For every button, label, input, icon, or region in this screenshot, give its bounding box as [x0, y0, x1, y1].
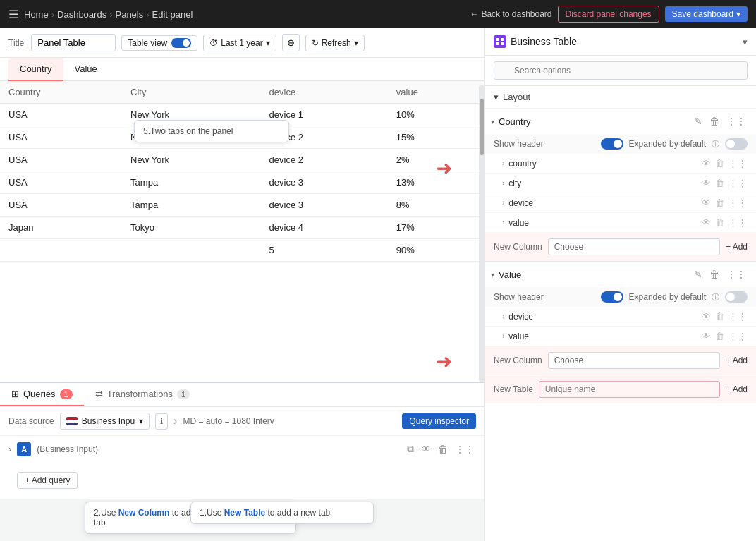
field-name: value [508, 218, 697, 228]
drag-icon[interactable]: ⋮⋮ [728, 330, 748, 342]
title-input[interactable] [31, 34, 116, 51]
panel-tab-country[interactable]: Country [8, 58, 63, 81]
delete-icon[interactable]: 🗑 [708, 267, 721, 281]
copy-icon[interactable]: ⧉ [406, 442, 415, 456]
field-chevron-icon[interactable]: › [502, 219, 504, 226]
delete-icon[interactable]: 🗑 [437, 442, 449, 456]
field-chevron-icon[interactable]: › [502, 332, 504, 340]
group-country: ▾ Country ✎ 🗑 ⋮⋮ Show header Expanded by… [485, 109, 756, 262]
delete-icon[interactable]: 🗑 [714, 157, 725, 169]
drag-icon[interactable]: ⋮⋮ [728, 157, 748, 169]
top-nav: ☰ Home › Dashboards › Panels › Edit pane… [0, 0, 756, 28]
search-options: 🔍 [485, 56, 756, 86]
delete-icon[interactable]: 🗑 [714, 177, 725, 189]
drag-icon[interactable]: ⋮⋮ [725, 114, 748, 128]
group-title-value: Value [499, 269, 688, 280]
eye-icon[interactable]: 👁 [701, 330, 712, 342]
tab-queries[interactable]: ⊞ Queries 1 [0, 383, 84, 406]
save-dashboard-button[interactable]: Save dashboard ▾ [665, 6, 748, 22]
new-column-select-value[interactable]: Choose [548, 352, 720, 369]
discard-button[interactable]: Discard panel changes [558, 6, 659, 23]
field-chevron-icon[interactable]: › [502, 179, 504, 187]
svg-rect-0 [496, 38, 499, 41]
transformations-badge: 1 [177, 389, 190, 399]
delete-icon[interactable]: 🗑 [714, 217, 725, 229]
back-to-dashboard-button[interactable]: ← Back to dashboard [470, 9, 551, 19]
show-header-toggle-value[interactable] [601, 291, 623, 303]
delete-icon[interactable]: 🗑 [714, 330, 725, 342]
table-view-toggle[interactable]: Table view [121, 35, 197, 51]
drag-icon[interactable]: ⋮⋮ [725, 267, 748, 281]
arrow-right-icon: › [173, 415, 177, 427]
eye-icon[interactable]: 👁 [701, 197, 712, 209]
chevron-down-icon[interactable]: ▾ [743, 37, 748, 47]
delete-icon[interactable]: 🗑 [714, 310, 725, 322]
chevron-down-icon: ▾ [494, 92, 499, 102]
scrollbar-thumb[interactable] [480, 99, 484, 155]
tab-transformations[interactable]: ⇄ Transformations 1 [84, 383, 202, 406]
query-actions: ⧉ 👁 🗑 ⋮⋮ [406, 442, 476, 456]
panel-icon [494, 35, 506, 48]
field-chevron-icon[interactable]: › [502, 159, 504, 167]
panel-tab-value[interactable]: Value [63, 58, 109, 81]
drag-icon[interactable]: ⋮⋮ [728, 217, 748, 229]
expanded-default-toggle-value[interactable] [725, 291, 748, 303]
new-table-label: New Table [494, 384, 533, 394]
time-range-picker[interactable]: ⏱ Last 1 year ▾ [203, 35, 276, 51]
query-inspector-button[interactable]: Query inspector [402, 413, 476, 429]
edit-icon[interactable]: ✎ [693, 267, 704, 281]
drag-icon[interactable]: ⋮⋮ [728, 177, 748, 189]
new-table-input[interactable] [539, 381, 720, 398]
query-path: MD = auto = 1080 Interv [183, 416, 274, 426]
add-column-button-value[interactable]: + Add [726, 355, 748, 365]
nav-right: ← Back to dashboard Discard panel change… [470, 6, 748, 23]
field-chevron-icon[interactable]: › [502, 312, 504, 320]
expanded-default-toggle-country[interactable] [725, 138, 748, 150]
eye-icon[interactable]: 👁 [701, 310, 712, 322]
chevron-icon[interactable]: ▾ [491, 118, 494, 126]
new-table-row: New Table + Add [485, 375, 756, 403]
expand-icon[interactable]: › [8, 444, 11, 454]
group-value-header: ▾ Value ✎ 🗑 ⋮⋮ [485, 262, 756, 287]
table-row: USANew Yorkdevice 22% [0, 149, 484, 171]
drag-icon[interactable]: ⋮⋮ [728, 197, 748, 209]
delete-icon[interactable]: 🗑 [714, 197, 725, 209]
refresh-icon: ↻ [312, 38, 319, 48]
field-chevron-icon[interactable]: › [502, 199, 504, 207]
info-icon[interactable]: ⓘ [712, 292, 719, 303]
breadcrumb-home[interactable]: Home [24, 9, 49, 20]
datasource-button[interactable]: Business Inpu ▾ [60, 413, 150, 430]
eye-icon[interactable]: 👁 [701, 177, 712, 189]
show-header-toggle-country[interactable] [601, 138, 623, 150]
panel-tabs: Country Value [0, 58, 484, 81]
edit-icon[interactable]: ✎ [693, 114, 704, 128]
data-table-scroll[interactable]: Country City device value USANew Yorkdev… [0, 81, 484, 265]
hamburger-icon[interactable]: ☰ [8, 8, 18, 21]
layout-section[interactable]: ▾ Layout [485, 86, 756, 109]
search-input[interactable] [494, 61, 748, 80]
vertical-scrollbar[interactable] [479, 85, 484, 382]
eye-icon[interactable]: 👁 [701, 217, 712, 229]
drag-icon[interactable]: ⋮⋮ [728, 310, 748, 322]
eye-icon[interactable]: 👁 [701, 157, 712, 169]
drag-icon[interactable]: ⋮⋮ [453, 442, 476, 456]
info-icon[interactable]: ⓘ [712, 139, 719, 150]
eye-icon[interactable]: 👁 [420, 442, 432, 456]
svg-rect-3 [501, 42, 504, 45]
breadcrumb-panels[interactable]: Panels [115, 9, 143, 20]
svg-rect-1 [501, 38, 504, 41]
refresh-button[interactable]: ↻ Refresh ▾ [305, 35, 365, 51]
add-column-button[interactable]: + Add [726, 242, 748, 252]
breadcrumb-dashboards[interactable]: Dashboards [57, 9, 106, 20]
zoom-button[interactable]: ⊖ [282, 34, 300, 51]
data-table: Country City device value USANew Yorkdev… [0, 81, 484, 262]
queries-badge: 1 [60, 389, 73, 399]
add-query-button[interactable]: + Add query [17, 472, 78, 489]
query-info-button[interactable]: ℹ [155, 413, 168, 430]
new-column-select[interactable]: Choose [548, 238, 720, 255]
add-table-button[interactable]: + Add [726, 384, 748, 394]
chevron-icon[interactable]: ▾ [491, 271, 494, 279]
delete-icon[interactable]: 🗑 [708, 114, 721, 128]
table-view-switch[interactable] [171, 38, 191, 48]
breadcrumb-editpanel: Edit panel [152, 9, 193, 20]
